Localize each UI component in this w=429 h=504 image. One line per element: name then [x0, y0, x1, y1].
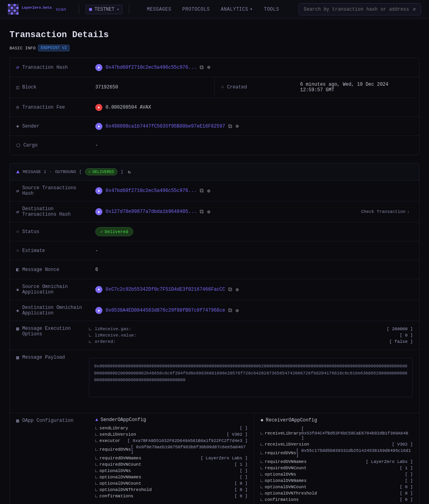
copy-icon[interactable]: ⧉ — [200, 64, 204, 71]
receiver-config-item-1: ∟ receiveLibVersion[ V302 ] — [261, 442, 413, 447]
message-header: ▲ MESSAGE 1 · OUTBOUND [ ✓ DELIVERED ] ↻ — [9, 163, 420, 180]
sender-config-val-3: [ 0x9f0e79aeb198750f963b6f30b99d87c6ee5a… — [131, 445, 248, 454]
sender-config-item-2: ∟ executor[ 0xa7BFA9D51032F82D649A501B6a… — [95, 438, 248, 443]
estimate-icon: ○ — [16, 248, 19, 254]
external-link-icon[interactable]: ⊕ — [207, 64, 210, 71]
chevron-down-icon: ▾ — [117, 7, 119, 12]
nav-item-protocols[interactable]: PROTOCOLS — [178, 4, 214, 15]
nav-item-analytics[interactable]: ANALYTICS ▾ — [216, 3, 257, 15]
sender-config-val-0: [ ] — [240, 426, 248, 431]
block-label: ◫ Block — [10, 80, 89, 95]
sender-config-rows: ∟ sendLibrary[ ]∟ sendLibVersion[ V302 ]… — [95, 426, 248, 498]
sender-config-val-9: [ 0 ] — [234, 487, 248, 492]
sender-config-item-1: ∟ sendLibVersion[ V302 ] — [95, 432, 248, 437]
refresh-icon[interactable]: ↻ — [128, 169, 131, 175]
dst-hash-ext-icon[interactable]: ⊕ — [207, 209, 210, 215]
dst-oapp-ext-icon[interactable]: ⊕ — [235, 307, 238, 314]
receiver-config-val-1: [ V302 ] — [392, 442, 413, 447]
dst-hash-copy-icon[interactable]: ⧉ — [200, 209, 204, 215]
receiver-config-val-4: [ 1 ] — [400, 466, 413, 470]
payload-value-col: 0x00000000000000000000000000000000000000… — [89, 350, 419, 405]
exec-option-2: ∟ ordered: [ false ] — [89, 339, 419, 345]
page-content: Transaction Details BASIC INFO ENDPOINT … — [0, 19, 429, 504]
search-input[interactable] — [304, 7, 410, 12]
exec-val-1: [ 0 ] — [400, 333, 419, 338]
bullet-icon: ∟ — [261, 478, 263, 483]
sender-config-val-2: [ 0xa7BFA9D51032F82D649A501B6a1f922FC2f7… — [127, 438, 248, 443]
receiver-config-item-9: ∟ confirmations[ 6 ] — [261, 497, 413, 502]
fee-label: ◎ Transaction Fee — [10, 100, 89, 115]
sender-config-val-1: [ V302 ] — [227, 432, 248, 437]
sender-config-key-7: ∟ optionalDVNNames — [95, 475, 141, 480]
sender-ext-icon[interactable]: ⊕ — [235, 123, 238, 130]
src-oapp-avax-icon: ▲ — [95, 286, 102, 293]
src-oapp-ext-icon[interactable]: ⊕ — [235, 286, 238, 293]
fee-row: ◎ Transaction Fee ▲ 0.000208504 AVAX — [10, 98, 419, 117]
receiver-config-key-4: ∟ requiredDVNCount — [261, 466, 306, 470]
message-outbound: OUTBOUND — [55, 169, 76, 174]
exec-option-0: ∟ lzReceive.gas: [ 200000 ] — [89, 326, 419, 332]
sender-copy-icon[interactable]: ⧉ — [228, 123, 232, 130]
sender-config-val-4: [ LayerZero Labs ] — [200, 456, 248, 461]
sender-config-item-7: ∟ optionalDVNNames[ ] — [95, 475, 248, 480]
network-selector[interactable]: TESTNET ▾ — [85, 5, 123, 14]
dst-hash-label: ⇄ Destination Transactions Hash — [10, 201, 89, 222]
block-value: 37192650 — [89, 80, 214, 95]
sender-config-val-8: [ 0 ] — [234, 481, 248, 486]
src-hash-ext-icon[interactable]: ⊕ — [207, 188, 210, 194]
sender-config-item-4: ∟ requiredDVNNames[ LayerZero Labs ] — [95, 456, 248, 461]
payload-label: ▦ Message Payload — [10, 350, 89, 365]
payload-icon: ▦ — [16, 355, 19, 361]
cargo-label: ⬡ Cargo — [10, 138, 89, 153]
logo[interactable]: LayerZero.beta scan — [8, 4, 66, 15]
src-oapp-copy-icon[interactable]: ⧉ — [228, 286, 232, 293]
src-oapp-row: ◈ Source Omnichain Application ▲ 0xC7c2c… — [10, 279, 419, 300]
bullet-icon: ∟ — [95, 426, 98, 431]
oapp-config-icon: ▦ — [16, 418, 19, 424]
receiver-config-item-8: ∟ optionalDVNThreshold[ 0 ] — [261, 491, 413, 496]
receiver-config-val-9: [ 6 ] — [400, 497, 413, 502]
receiver-config-val-7: [ 0 ] — [400, 485, 413, 489]
avax-sender-icon: ▲ — [95, 123, 102, 130]
sender-config-item-9: ∟ optionalDVNThreshold[ 0 ] — [95, 487, 248, 492]
bullet-icon: ∟ — [95, 481, 98, 486]
sender-config-key-5: ∟ requiredDVNCount — [95, 462, 141, 467]
message-bracket-open: [ — [79, 169, 82, 174]
src-hash-icon: ⇄ — [16, 188, 19, 194]
nonce-label: ◧ Message Nonce — [10, 262, 89, 277]
src-hash-copy-icon[interactable]: ⧉ — [200, 188, 204, 194]
bullet-icon: ∟ — [95, 456, 98, 461]
bullet-icon: ∟ — [261, 466, 263, 470]
search-icon: ⌕ — [413, 6, 416, 13]
dst-oapp-row: ◈ Destination Omnichain Application ◆ 0x… — [10, 300, 419, 321]
basic-info-table: ⇄ Transaction Hash ▲ 0x47bd60f2710c2ec5a… — [9, 58, 420, 155]
cargo-row: ⬡ Cargo - — [10, 136, 419, 155]
search-bar[interactable]: ⌕ — [299, 3, 421, 15]
receiver-config-key-0: ∟ receiveLibrary — [261, 426, 301, 440]
navbar: LayerZero.beta scan TESTNET ▾ MESSAGES P… — [0, 0, 429, 19]
receiver-config-key-7: ∟ optionalDVNCount — [261, 485, 306, 489]
tx-hash-row: ⇄ Transaction Hash ▲ 0x47bd60f2710c2ec5a… — [10, 58, 419, 77]
sender-row: ◈ Sender ▲ 0x498098ca1b7447fC5035f95B80b… — [10, 117, 419, 136]
exec-key-2: ordered: — [95, 339, 116, 344]
exec-options-row: ▦ Message Execution Options ∟ lzReceive.… — [10, 321, 419, 350]
brand-sub: scan — [56, 7, 66, 12]
oapp-config-row: ▦ OApp Configuration ▲ SenderOAppConfig … — [10, 413, 419, 504]
nav-item-tools[interactable]: TOOLS — [259, 4, 284, 15]
sender-config-val-10: [ 6 ] — [234, 494, 248, 498]
oapp-config-label: ▦ OApp Configuration — [10, 413, 89, 429]
dst-hash-avax-icon: ◆ — [95, 208, 102, 215]
bullet-icon: ∟ — [95, 475, 98, 480]
receiver-config-icon: ◆ — [261, 417, 263, 423]
bullet-icon: ∟ — [261, 431, 263, 436]
receiver-config-key-5: ∟ optionalDVNs — [261, 472, 296, 477]
nav-menu: MESSAGES PROTOCOLS ANALYTICS ▾ TOOLS — [142, 3, 283, 15]
check-transaction-button[interactable]: Check Transaction ↓ — [361, 209, 413, 214]
bullet-icon-1: ∟ — [89, 333, 92, 338]
created-half: ○ Created 6 minutes ago, Wed, 18 Dec 202… — [214, 77, 419, 98]
status-icon: ○ — [16, 229, 19, 235]
dst-oapp-copy-icon[interactable]: ⧉ — [228, 307, 232, 314]
nav-item-messages[interactable]: MESSAGES — [142, 4, 176, 15]
receiver-config-item-3: ∟ requiredDVNNames[ LayerZero Labs ] — [261, 459, 413, 464]
sender-config-title: ▲ SenderOAppConfig — [95, 417, 248, 423]
